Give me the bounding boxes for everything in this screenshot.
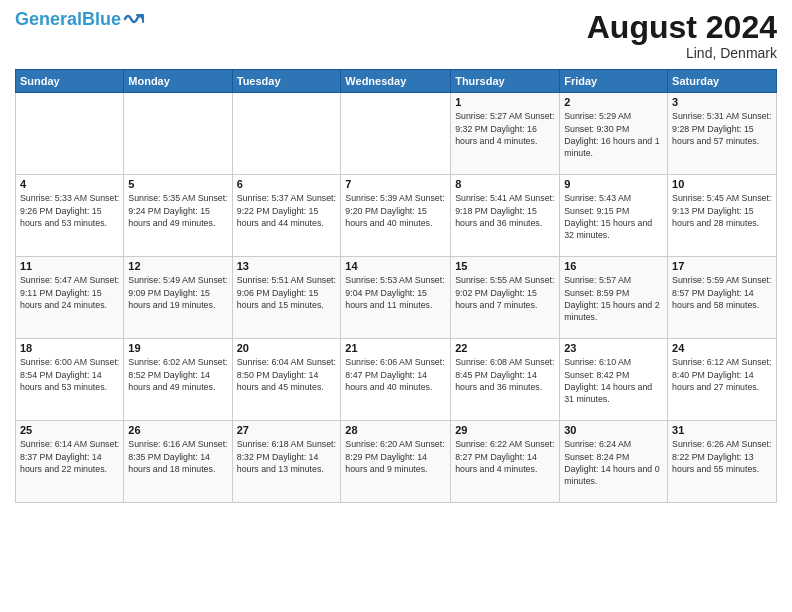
table-row: 10Sunrise: 5:45 AM Sunset: 9:13 PM Dayli… — [668, 175, 777, 257]
day-number: 16 — [564, 260, 663, 272]
day-info: Sunrise: 5:37 AM Sunset: 9:22 PM Dayligh… — [237, 192, 337, 229]
day-info: Sunrise: 6:14 AM Sunset: 8:37 PM Dayligh… — [20, 438, 119, 475]
day-number: 30 — [564, 424, 663, 436]
day-number: 15 — [455, 260, 555, 272]
logo-text: GeneralBlue — [15, 10, 121, 28]
day-info: Sunrise: 6:06 AM Sunset: 8:47 PM Dayligh… — [345, 356, 446, 393]
day-number: 19 — [128, 342, 227, 354]
table-row: 4Sunrise: 5:33 AM Sunset: 9:26 PM Daylig… — [16, 175, 124, 257]
day-number: 26 — [128, 424, 227, 436]
title-block: August 2024 Lind, Denmark — [587, 10, 777, 61]
table-row — [341, 93, 451, 175]
day-number: 21 — [345, 342, 446, 354]
table-row: 18Sunrise: 6:00 AM Sunset: 8:54 PM Dayli… — [16, 339, 124, 421]
table-row: 3Sunrise: 5:31 AM Sunset: 9:28 PM Daylig… — [668, 93, 777, 175]
table-row: 22Sunrise: 6:08 AM Sunset: 8:45 PM Dayli… — [451, 339, 560, 421]
day-number: 5 — [128, 178, 227, 190]
day-number: 20 — [237, 342, 337, 354]
table-row: 30Sunrise: 6:24 AM Sunset: 8:24 PM Dayli… — [560, 421, 668, 503]
table-row: 8Sunrise: 5:41 AM Sunset: 9:18 PM Daylig… — [451, 175, 560, 257]
day-info: Sunrise: 5:43 AM Sunset: 9:15 PM Dayligh… — [564, 192, 663, 241]
table-row: 16Sunrise: 5:57 AM Sunset: 8:59 PM Dayli… — [560, 257, 668, 339]
table-row: 15Sunrise: 5:55 AM Sunset: 9:02 PM Dayli… — [451, 257, 560, 339]
day-number: 10 — [672, 178, 772, 190]
day-number: 31 — [672, 424, 772, 436]
day-number: 29 — [455, 424, 555, 436]
day-info: Sunrise: 6:22 AM Sunset: 8:27 PM Dayligh… — [455, 438, 555, 475]
day-number: 12 — [128, 260, 227, 272]
day-info: Sunrise: 6:12 AM Sunset: 8:40 PM Dayligh… — [672, 356, 772, 393]
day-info: Sunrise: 5:57 AM Sunset: 8:59 PM Dayligh… — [564, 274, 663, 323]
col-sunday: Sunday — [16, 70, 124, 93]
col-thursday: Thursday — [451, 70, 560, 93]
calendar-week-row: 25Sunrise: 6:14 AM Sunset: 8:37 PM Dayli… — [16, 421, 777, 503]
table-row: 27Sunrise: 6:18 AM Sunset: 8:32 PM Dayli… — [232, 421, 341, 503]
day-info: Sunrise: 6:10 AM Sunset: 8:42 PM Dayligh… — [564, 356, 663, 405]
table-row: 20Sunrise: 6:04 AM Sunset: 8:50 PM Dayli… — [232, 339, 341, 421]
day-info: Sunrise: 5:51 AM Sunset: 9:06 PM Dayligh… — [237, 274, 337, 311]
day-info: Sunrise: 5:39 AM Sunset: 9:20 PM Dayligh… — [345, 192, 446, 229]
table-row: 7Sunrise: 5:39 AM Sunset: 9:20 PM Daylig… — [341, 175, 451, 257]
col-tuesday: Tuesday — [232, 70, 341, 93]
day-info: Sunrise: 5:29 AM Sunset: 9:30 PM Dayligh… — [564, 110, 663, 159]
day-info: Sunrise: 5:27 AM Sunset: 9:32 PM Dayligh… — [455, 110, 555, 147]
table-row: 12Sunrise: 5:49 AM Sunset: 9:09 PM Dayli… — [124, 257, 232, 339]
day-number: 18 — [20, 342, 119, 354]
table-row — [124, 93, 232, 175]
col-saturday: Saturday — [668, 70, 777, 93]
day-number: 24 — [672, 342, 772, 354]
day-info: Sunrise: 5:55 AM Sunset: 9:02 PM Dayligh… — [455, 274, 555, 311]
table-row: 11Sunrise: 5:47 AM Sunset: 9:11 PM Dayli… — [16, 257, 124, 339]
day-info: Sunrise: 6:26 AM Sunset: 8:22 PM Dayligh… — [672, 438, 772, 475]
calendar-week-row: 11Sunrise: 5:47 AM Sunset: 9:11 PM Dayli… — [16, 257, 777, 339]
day-info: Sunrise: 5:45 AM Sunset: 9:13 PM Dayligh… — [672, 192, 772, 229]
calendar-week-row: 4Sunrise: 5:33 AM Sunset: 9:26 PM Daylig… — [16, 175, 777, 257]
table-row: 28Sunrise: 6:20 AM Sunset: 8:29 PM Dayli… — [341, 421, 451, 503]
day-number: 22 — [455, 342, 555, 354]
calendar-week-row: 18Sunrise: 6:00 AM Sunset: 8:54 PM Dayli… — [16, 339, 777, 421]
day-info: Sunrise: 6:04 AM Sunset: 8:50 PM Dayligh… — [237, 356, 337, 393]
table-row: 14Sunrise: 5:53 AM Sunset: 9:04 PM Dayli… — [341, 257, 451, 339]
calendar-table: Sunday Monday Tuesday Wednesday Thursday… — [15, 69, 777, 503]
table-row: 29Sunrise: 6:22 AM Sunset: 8:27 PM Dayli… — [451, 421, 560, 503]
table-row: 23Sunrise: 6:10 AM Sunset: 8:42 PM Dayli… — [560, 339, 668, 421]
table-row: 25Sunrise: 6:14 AM Sunset: 8:37 PM Dayli… — [16, 421, 124, 503]
day-info: Sunrise: 6:20 AM Sunset: 8:29 PM Dayligh… — [345, 438, 446, 475]
page-container: GeneralBlue August 2024 Lind, Denmark Su… — [0, 0, 792, 612]
col-monday: Monday — [124, 70, 232, 93]
day-number: 17 — [672, 260, 772, 272]
table-row: 21Sunrise: 6:06 AM Sunset: 8:47 PM Dayli… — [341, 339, 451, 421]
day-number: 27 — [237, 424, 337, 436]
day-info: Sunrise: 6:18 AM Sunset: 8:32 PM Dayligh… — [237, 438, 337, 475]
day-info: Sunrise: 5:33 AM Sunset: 9:26 PM Dayligh… — [20, 192, 119, 229]
table-row: 2Sunrise: 5:29 AM Sunset: 9:30 PM Daylig… — [560, 93, 668, 175]
day-number: 3 — [672, 96, 772, 108]
day-number: 9 — [564, 178, 663, 190]
day-info: Sunrise: 6:08 AM Sunset: 8:45 PM Dayligh… — [455, 356, 555, 393]
day-info: Sunrise: 5:35 AM Sunset: 9:24 PM Dayligh… — [128, 192, 227, 229]
logo: GeneralBlue — [15, 10, 145, 28]
table-row: 17Sunrise: 5:59 AM Sunset: 8:57 PM Dayli… — [668, 257, 777, 339]
table-row: 5Sunrise: 5:35 AM Sunset: 9:24 PM Daylig… — [124, 175, 232, 257]
day-number: 2 — [564, 96, 663, 108]
col-friday: Friday — [560, 70, 668, 93]
table-row — [232, 93, 341, 175]
day-info: Sunrise: 5:49 AM Sunset: 9:09 PM Dayligh… — [128, 274, 227, 311]
table-row: 31Sunrise: 6:26 AM Sunset: 8:22 PM Dayli… — [668, 421, 777, 503]
day-number: 11 — [20, 260, 119, 272]
calendar-week-row: 1Sunrise: 5:27 AM Sunset: 9:32 PM Daylig… — [16, 93, 777, 175]
day-info: Sunrise: 6:16 AM Sunset: 8:35 PM Dayligh… — [128, 438, 227, 475]
day-info: Sunrise: 5:47 AM Sunset: 9:11 PM Dayligh… — [20, 274, 119, 311]
day-number: 4 — [20, 178, 119, 190]
logo-wave-icon — [123, 10, 145, 28]
day-number: 6 — [237, 178, 337, 190]
day-number: 28 — [345, 424, 446, 436]
calendar-header-row: Sunday Monday Tuesday Wednesday Thursday… — [16, 70, 777, 93]
day-info: Sunrise: 6:02 AM Sunset: 8:52 PM Dayligh… — [128, 356, 227, 393]
day-info: Sunrise: 5:53 AM Sunset: 9:04 PM Dayligh… — [345, 274, 446, 311]
table-row: 1Sunrise: 5:27 AM Sunset: 9:32 PM Daylig… — [451, 93, 560, 175]
table-row: 6Sunrise: 5:37 AM Sunset: 9:22 PM Daylig… — [232, 175, 341, 257]
day-info: Sunrise: 5:31 AM Sunset: 9:28 PM Dayligh… — [672, 110, 772, 147]
day-info: Sunrise: 6:00 AM Sunset: 8:54 PM Dayligh… — [20, 356, 119, 393]
day-info: Sunrise: 6:24 AM Sunset: 8:24 PM Dayligh… — [564, 438, 663, 487]
